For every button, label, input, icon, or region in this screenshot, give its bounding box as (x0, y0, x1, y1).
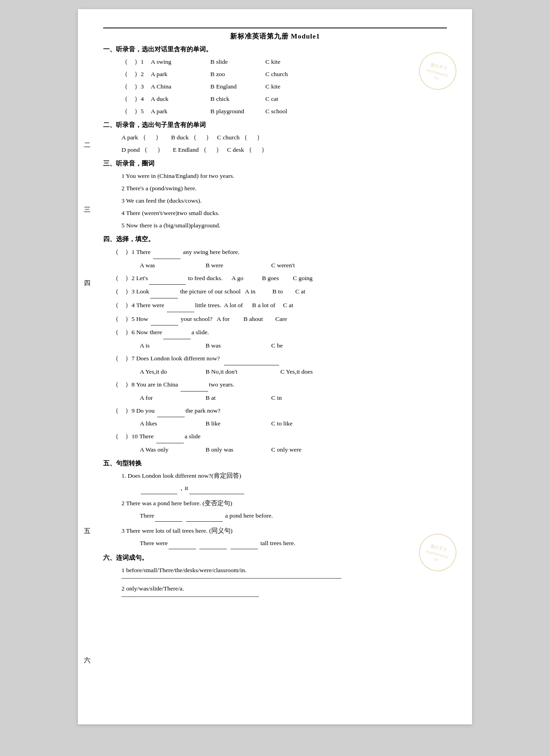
answer-line-1 (121, 578, 341, 579)
list-item: 3 We can feed the (ducks/cows). (121, 194, 447, 207)
section6-header: 六、连词成句。 (103, 554, 447, 562)
list-item: 2 There's a (pond/swing) here. (121, 182, 447, 194)
list-item: （ ） 4 A duck B chick C cat (121, 93, 447, 105)
list-item: （ ） 5 A park B playground C school (121, 105, 447, 117)
list-item: （ ）5 How your school? A for B ahout Care (112, 312, 447, 326)
answer-line-2 (121, 596, 259, 597)
svg-text:.CN: .CN (433, 557, 439, 562)
section3-header: 三、听录音，圈词 (103, 160, 447, 168)
list-item: （ ） 2 A park B zoo C church (121, 68, 447, 80)
svg-point-4 (415, 530, 460, 575)
list-item: 2 only/was/slide/There/a. (121, 582, 447, 595)
list-item: 4 There (weren't/were)two small ducks. (121, 207, 447, 219)
list-item: （ ）1 There any swing here before. (112, 245, 447, 259)
svg-point-0 (415, 49, 460, 94)
list-item: （ ）8 You are in China two years. (112, 378, 447, 392)
list-item: （ ）10 There a slide (112, 430, 447, 443)
section6-items: 1 before/small/There/the/desks/were/clas… (121, 564, 447, 597)
section5-items: 1. Does London look different now?(肯定回答)… (121, 469, 447, 549)
section4-header: 四、选择，填空。 (103, 235, 447, 243)
svg-text:图行天下: 图行天下 (430, 62, 447, 71)
list-item: 1. Does London look different now?(肯定回答) (121, 469, 447, 482)
page: 图行天下 PHOTOPHOTO .CN 图行天下 PHOTOPHOTO .CN … (78, 9, 472, 724)
page-title: 新标准英语第九册 Module1 (103, 32, 447, 41)
list-item: （ ）2 Let's to feed ducks. A go B goes C … (112, 271, 447, 285)
list-item: （ ）6 Now therea slide. (112, 326, 447, 339)
list-item: 1 You were in (China/England) for two ye… (121, 170, 447, 182)
list-item: （ ）7 Does London look different now? (112, 352, 447, 365)
svg-text:图行天下: 图行天下 (430, 544, 447, 552)
section1-items: （ ） 1 A swing B slide C kite （ ） 2 A par… (121, 55, 447, 117)
list-item: 3 There were lots of tall trees here. (同… (121, 524, 447, 537)
section2-content: A park （ ） B duck （ ） C church （ ） D pon… (121, 131, 447, 156)
list-item: 1 before/small/There/the/desks/were/clas… (121, 564, 447, 576)
section5-header: 五、句型转换 (103, 459, 447, 468)
section2-header: 二、听录音，选出句子里含有的单词 (103, 121, 447, 129)
svg-text:.CN: .CN (433, 76, 439, 80)
section3-items: 1 You were in (China/England) for two ye… (121, 170, 447, 232)
section4-items: （ ）1 There any swing here before. A was … (112, 245, 447, 456)
list-item: 2 There was a pond here before. (变否定句) (121, 497, 447, 509)
list-item: （ ） 1 A swing B slide C kite (121, 55, 447, 68)
list-item: （ ）3 Look the picture of our school A in… (112, 285, 447, 298)
list-item: （ ） 3 A China B England C kite (121, 80, 447, 93)
section1-header: 一、听录音，选出对话里含有的单词。 (103, 45, 447, 54)
list-item: （ ）4 There were little trees. A lot of B… (112, 298, 447, 312)
list-item: （ ）9 Do you the park now? (112, 404, 447, 418)
list-item: 5 Now there is a (big/small)playground. (121, 219, 447, 232)
